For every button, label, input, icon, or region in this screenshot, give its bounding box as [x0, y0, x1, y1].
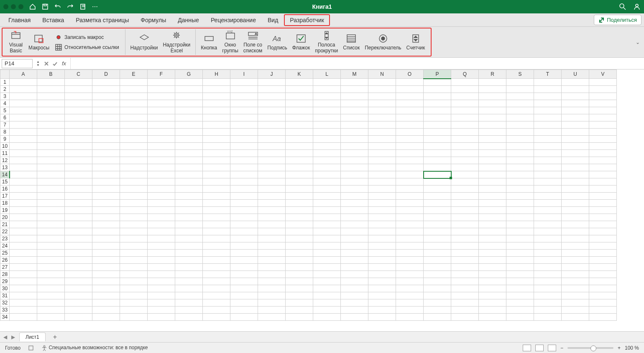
cell[interactable]	[203, 200, 230, 207]
cell[interactable]	[92, 79, 120, 86]
cell[interactable]	[589, 171, 617, 178]
cell[interactable]	[424, 136, 451, 143]
cell[interactable]	[313, 264, 341, 271]
cell[interactable]	[286, 292, 313, 299]
cell[interactable]	[589, 207, 617, 214]
cell[interactable]	[562, 86, 589, 93]
cell[interactable]	[506, 285, 534, 292]
cell[interactable]	[286, 157, 313, 164]
cell[interactable]	[479, 299, 506, 307]
cell[interactable]	[10, 129, 37, 136]
cell[interactable]	[534, 164, 562, 171]
cell[interactable]	[175, 242, 203, 250]
cell[interactable]	[534, 100, 562, 107]
share-people-icon[interactable]	[633, 3, 641, 10]
cell[interactable]	[230, 136, 258, 143]
cell[interactable]	[230, 271, 258, 278]
cell[interactable]	[341, 157, 368, 164]
cell[interactable]	[175, 299, 203, 307]
cell[interactable]	[534, 79, 562, 86]
col-header[interactable]: U	[562, 70, 589, 79]
cell[interactable]	[424, 121, 451, 129]
cell[interactable]	[230, 264, 258, 271]
cell[interactable]	[230, 86, 258, 93]
cell[interactable]	[120, 271, 148, 278]
zoom-slider[interactable]	[567, 347, 613, 349]
cell[interactable]	[37, 299, 65, 307]
cell[interactable]	[258, 257, 286, 264]
cell[interactable]	[451, 228, 479, 235]
cell[interactable]	[451, 186, 479, 193]
cell[interactable]	[65, 228, 92, 235]
cell[interactable]	[562, 207, 589, 214]
cell[interactable]	[479, 114, 506, 121]
cell[interactable]	[37, 207, 65, 214]
cell[interactable]	[589, 264, 617, 271]
cell[interactable]	[10, 107, 37, 114]
cell[interactable]	[341, 79, 368, 86]
cell[interactable]	[258, 292, 286, 299]
cell[interactable]	[479, 129, 506, 136]
cell[interactable]	[258, 193, 286, 200]
cell[interactable]	[396, 136, 424, 143]
cell[interactable]	[562, 271, 589, 278]
cell[interactable]	[92, 178, 120, 186]
cell[interactable]	[396, 186, 424, 193]
cell[interactable]	[120, 150, 148, 157]
cell[interactable]	[120, 264, 148, 271]
row-header[interactable]: 3	[0, 93, 10, 100]
cell[interactable]	[10, 171, 37, 178]
cell[interactable]	[148, 129, 175, 136]
cell[interactable]	[589, 121, 617, 129]
cell[interactable]	[37, 143, 65, 150]
cell[interactable]	[120, 314, 148, 321]
cell[interactable]	[313, 136, 341, 143]
row-header[interactable]: 33	[0, 307, 10, 314]
cell[interactable]	[341, 221, 368, 228]
cell[interactable]	[534, 207, 562, 214]
cell[interactable]	[451, 292, 479, 299]
cell[interactable]	[10, 242, 37, 250]
cell[interactable]	[341, 93, 368, 100]
cell[interactable]	[368, 242, 396, 250]
cell[interactable]	[120, 143, 148, 150]
cell[interactable]	[258, 250, 286, 257]
cell[interactable]	[286, 186, 313, 193]
col-header[interactable]: S	[506, 70, 534, 79]
cell[interactable]	[479, 79, 506, 86]
cell[interactable]	[65, 150, 92, 157]
cell[interactable]	[148, 107, 175, 114]
cell[interactable]	[424, 257, 451, 264]
cell[interactable]	[313, 271, 341, 278]
cell[interactable]	[286, 264, 313, 271]
cell[interactable]	[92, 129, 120, 136]
cell[interactable]	[479, 278, 506, 285]
cell[interactable]	[313, 178, 341, 186]
window-traffic-lights[interactable]	[3, 4, 23, 9]
cell[interactable]	[175, 143, 203, 150]
row-header[interactable]: 9	[0, 136, 10, 143]
cell[interactable]	[451, 307, 479, 314]
cell[interactable]	[286, 107, 313, 114]
cell[interactable]	[562, 264, 589, 271]
cell[interactable]	[368, 214, 396, 221]
col-header[interactable]: D	[92, 70, 120, 79]
cell[interactable]	[148, 242, 175, 250]
cell[interactable]	[368, 93, 396, 100]
cell[interactable]	[203, 299, 230, 307]
cell[interactable]	[506, 121, 534, 129]
row-header[interactable]: 21	[0, 221, 10, 228]
cell[interactable]	[534, 129, 562, 136]
cell[interactable]	[341, 228, 368, 235]
cell[interactable]	[589, 242, 617, 250]
cancel-icon[interactable]	[43, 61, 49, 67]
col-header[interactable]: P	[424, 70, 451, 79]
cell[interactable]	[424, 193, 451, 200]
excel-addins-button[interactable]: Надстройки Excel	[160, 31, 193, 53]
cell[interactable]	[203, 257, 230, 264]
cell[interactable]	[203, 235, 230, 242]
cell[interactable]	[37, 121, 65, 129]
cell[interactable]	[37, 193, 65, 200]
cell[interactable]	[37, 292, 65, 299]
cell[interactable]	[589, 314, 617, 321]
